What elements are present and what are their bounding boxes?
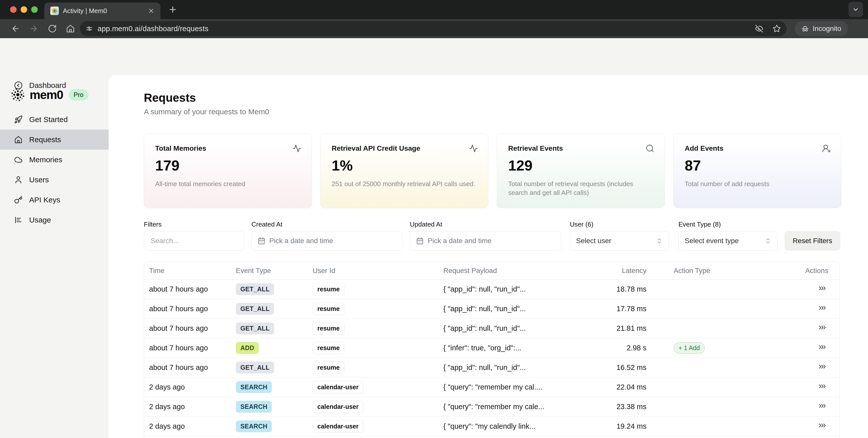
card-title: Add Events bbox=[685, 144, 723, 153]
event-type-select-value: Select event type bbox=[685, 237, 761, 245]
chevrons-right-icon bbox=[817, 422, 828, 429]
table-row[interactable]: about 7 hours ago ADD resume { "infer": … bbox=[144, 338, 840, 358]
event-type-badge: ADD bbox=[236, 342, 259, 354]
card-title: Retrieval Events bbox=[508, 144, 563, 153]
cell-request-payload: { "app_id": null, "run_id"... bbox=[443, 324, 608, 333]
table-row-partial bbox=[144, 436, 840, 438]
requests-table: Time Event Type User Id Request Payload … bbox=[144, 262, 840, 438]
created-at-label: Created At bbox=[251, 221, 282, 228]
row-actions-button[interactable] bbox=[817, 324, 828, 331]
stat-card-add-events: Add Events 87 Total number of add reques… bbox=[673, 134, 841, 208]
browser-menu-button[interactable] bbox=[853, 21, 862, 36]
table-header: Time Event Type User Id Request Payload … bbox=[144, 262, 840, 279]
sidebar-item-dashboard[interactable]: Dashboard bbox=[0, 75, 108, 95]
reset-filters-button[interactable]: Reset Filters bbox=[784, 231, 840, 250]
forward-icon[interactable] bbox=[29, 24, 38, 33]
cell-latency: 18.78 ms bbox=[608, 285, 650, 293]
new-tab-icon[interactable] bbox=[168, 5, 178, 14]
table-row[interactable]: 2 days ago SEARCH calendar-user { "query… bbox=[144, 377, 840, 397]
cell-time: about 7 hours ago bbox=[144, 305, 236, 313]
cell-time: about 7 hours ago bbox=[144, 324, 236, 333]
row-actions-button[interactable] bbox=[817, 343, 828, 351]
card-description: 251 out of 25000 monthly retrieval API c… bbox=[332, 179, 477, 188]
col-action-type: Action Type bbox=[650, 267, 760, 275]
row-actions-button[interactable] bbox=[817, 402, 828, 410]
card-description: All-time total memories created bbox=[155, 179, 301, 188]
chevrons-right-icon bbox=[817, 382, 828, 390]
created-at-picker[interactable]: Pick a date and time bbox=[251, 231, 403, 250]
table-row[interactable]: 2 days ago SEARCH calendar-user { "query… bbox=[144, 397, 840, 417]
event-type-select[interactable]: Select event type bbox=[678, 231, 777, 250]
row-actions-button[interactable] bbox=[817, 284, 828, 292]
cell-request-payload: { "query": "my calendly link... bbox=[443, 422, 608, 431]
sidebar-item-get-started[interactable]: Get Started bbox=[0, 109, 108, 130]
browser-tab[interactable]: Activity | Mem0 bbox=[44, 2, 160, 19]
cell-latency: 2.98 s bbox=[608, 344, 650, 352]
key-icon bbox=[14, 196, 23, 204]
back-icon[interactable] bbox=[11, 24, 20, 33]
tab-close-icon[interactable] bbox=[148, 7, 154, 14]
search-icon bbox=[646, 144, 654, 153]
col-actions: Actions bbox=[760, 267, 840, 275]
sidebar-item-memories[interactable]: Memories bbox=[0, 150, 108, 170]
table-row[interactable]: about 7 hours ago GET_ALL resume { "app_… bbox=[144, 279, 840, 299]
incognito-icon bbox=[801, 25, 809, 33]
chevrons-right-icon bbox=[817, 284, 828, 292]
search-input[interactable] bbox=[150, 237, 238, 245]
row-actions-button[interactable] bbox=[817, 382, 828, 390]
window-minimize-button[interactable] bbox=[21, 6, 27, 13]
site-settings-icon[interactable] bbox=[86, 25, 93, 32]
col-latency: Latency bbox=[608, 267, 650, 275]
url-bar[interactable]: app.mem0.ai/dashboard/requests bbox=[80, 21, 786, 36]
table-row[interactable]: about 7 hours ago GET_ALL resume { "app_… bbox=[144, 319, 840, 338]
eye-off-icon[interactable] bbox=[755, 24, 764, 33]
stat-card-total-memories: Total Memories 179 All-time total memori… bbox=[144, 134, 312, 208]
sidebar-item-label: API Keys bbox=[29, 196, 60, 204]
cell-time: 2 days ago bbox=[144, 383, 236, 391]
table-row[interactable]: 2 days ago SEARCH calendar-user { "query… bbox=[144, 417, 840, 436]
chevron-down-icon bbox=[852, 6, 859, 13]
reload-icon[interactable] bbox=[48, 24, 57, 33]
url-text[interactable]: app.mem0.ai/dashboard/requests bbox=[98, 25, 750, 33]
window-maximize-button[interactable] bbox=[31, 6, 38, 13]
row-actions-button[interactable] bbox=[817, 304, 828, 312]
window-controls bbox=[10, 6, 38, 13]
sidebar-item-label: Usage bbox=[29, 216, 51, 224]
table-row[interactable]: about 7 hours ago GET_ALL resume { "app_… bbox=[144, 299, 840, 319]
chevrons-right-icon bbox=[817, 304, 828, 312]
sidebar-item-label: Users bbox=[29, 175, 49, 184]
window-close-button[interactable] bbox=[10, 6, 17, 13]
table-row[interactable]: about 7 hours ago GET_ALL resume { "app_… bbox=[144, 358, 840, 377]
user-id-badge: resume bbox=[313, 283, 344, 295]
cell-time: about 7 hours ago bbox=[144, 285, 236, 293]
search-filter bbox=[144, 231, 244, 250]
sidebar-item-usage[interactable]: Usage bbox=[0, 210, 108, 230]
sidebar-item-label: Get Started bbox=[29, 115, 68, 124]
sidebar-item-users[interactable]: Users bbox=[0, 170, 108, 190]
row-actions-button[interactable] bbox=[817, 422, 828, 429]
cell-time: 2 days ago bbox=[144, 403, 236, 411]
page-subtitle: A summary of your requests to Mem0 bbox=[144, 107, 269, 116]
cell-latency: 19.24 ms bbox=[608, 422, 650, 431]
updated-at-picker[interactable]: Pick a date and time bbox=[410, 231, 561, 250]
cloud-icon bbox=[14, 156, 23, 164]
rocket-icon bbox=[14, 115, 23, 124]
row-actions-button[interactable] bbox=[817, 363, 828, 370]
sidebar-item-api-keys[interactable]: API Keys bbox=[0, 190, 108, 210]
user-select[interactable]: Select user bbox=[570, 231, 669, 250]
incognito-badge: Incognito bbox=[795, 21, 848, 36]
main-content: Requests A summary of your requests to M… bbox=[108, 75, 868, 438]
user-id-badge: calendar-user bbox=[313, 420, 363, 433]
tab-search-button[interactable] bbox=[848, 2, 863, 17]
home-icon[interactable] bbox=[66, 24, 75, 33]
card-value: 129 bbox=[508, 157, 533, 174]
cell-latency: 21.81 ms bbox=[608, 324, 650, 333]
sidebar-item-label: Requests bbox=[29, 135, 61, 144]
bookmark-star-icon[interactable] bbox=[772, 24, 781, 33]
filters-label: Filters bbox=[144, 221, 162, 228]
event-type-badge: SEARCH bbox=[236, 381, 272, 393]
chevrons-right-icon bbox=[817, 402, 828, 410]
sidebar-item-requests[interactable]: Requests bbox=[0, 130, 108, 150]
date-placeholder: Pick a date and time bbox=[428, 237, 492, 245]
calendar-icon bbox=[258, 237, 265, 245]
